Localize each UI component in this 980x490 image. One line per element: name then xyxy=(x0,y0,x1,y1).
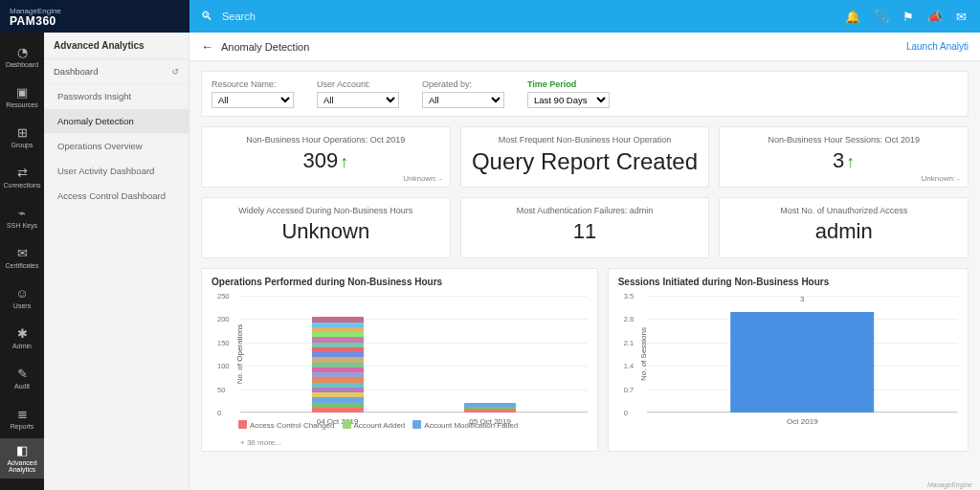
nav-item[interactable]: Passwords Insight xyxy=(44,84,189,109)
kpi-card: Non-Business Hour Sessions: Oct 20193↑Un… xyxy=(719,126,969,188)
page-title: Anomaly Detection xyxy=(221,41,309,53)
nav-item[interactable]: Anomaly Detection xyxy=(44,109,189,134)
nav-item[interactable]: User Activity Dashboard xyxy=(44,159,189,184)
search-icon: 🔍︎ xyxy=(201,10,212,23)
kpi-card: Most Authentication Failures: admin11 xyxy=(460,197,710,258)
kpi-card: Non-Business Hour Operations: Oct 201930… xyxy=(201,126,451,188)
filter-user[interactable]: All xyxy=(317,92,399,108)
back-icon[interactable]: ← xyxy=(201,39,213,54)
audit-icon: ✎ xyxy=(15,368,29,381)
nav-item[interactable]: Operations Overview xyxy=(44,134,189,159)
connections-icon: ⇄ xyxy=(15,167,29,180)
certificates-icon: ✉ xyxy=(15,247,29,260)
sshkeys-icon: ⌁ xyxy=(15,207,29,220)
rail-groups[interactable]: ⊞Groups xyxy=(0,117,44,157)
advanced-analytics-icon: ◧ xyxy=(15,444,29,457)
kpi-card: Widely Accessed During Non-Business Hour… xyxy=(201,197,451,258)
dashboard-icon: ◔ xyxy=(15,46,29,59)
resources-icon: ▣ xyxy=(15,86,29,100)
chart-legend: Access Control ChangedAccount AddedAccou… xyxy=(238,420,568,447)
kpi-card: Most No. of Unauthorized Accessadmin xyxy=(719,197,969,258)
alerts-icon[interactable]: ⚑ xyxy=(902,10,914,24)
rail-advanced-analytics[interactable]: ◧Advanced Analytics xyxy=(0,438,44,479)
content: ← Anomaly Detection Launch Analyti Resou… xyxy=(189,33,980,490)
footer-brand: ManageEngine xyxy=(927,481,972,488)
refresh-icon[interactable]: ↻ xyxy=(171,67,179,77)
legend-more[interactable]: + 36 more... xyxy=(238,438,568,447)
rail-admin[interactable]: ✱Admin xyxy=(0,318,44,358)
left-nav: Advanced Analytics Dashboard ↻ Passwords… xyxy=(44,33,189,490)
brand-block: ManageEngine PAM360 xyxy=(0,0,189,33)
rail-reports[interactable]: ≣Reports xyxy=(0,398,44,438)
topbar-actions: 🔔 📎 ⚑ 📣 ✉ xyxy=(832,0,980,33)
icon-rail: ◔Dashboard▣Resources⊞Groups⇄Connections⌁… xyxy=(0,33,44,490)
reports-icon: ≣ xyxy=(15,408,29,421)
rail-users[interactable]: ☺Users xyxy=(0,278,44,318)
launch-link[interactable]: Launch Analyti xyxy=(906,41,969,52)
rail-resources[interactable]: ▣Resources xyxy=(0,77,44,117)
topbar: ManageEngine PAM360 🔍︎ 🔔 📎 ⚑ 📣 ✉ xyxy=(0,0,980,33)
admin-icon: ✱ xyxy=(15,327,29,341)
announce-icon[interactable]: 📣 xyxy=(927,10,943,24)
mail-icon[interactable]: ✉ xyxy=(956,10,967,24)
leftnav-group[interactable]: Dashboard ↻ xyxy=(44,59,189,84)
rail-dashboard[interactable]: ◔Dashboard xyxy=(0,36,44,77)
rail-audit[interactable]: ✎Audit xyxy=(0,358,44,398)
kpi-card: Most Frequent Non-Business Hour Operatio… xyxy=(460,126,710,188)
rail-connections[interactable]: ⇄Connections xyxy=(0,157,44,197)
chart-sessions: Sessions Initiated during Non-Business H… xyxy=(608,268,969,452)
groups-icon: ⊞ xyxy=(15,126,29,140)
leftnav-header: Advanced Analytics xyxy=(44,33,189,59)
chart-operations: Operations Performed during Non-Business… xyxy=(201,268,598,452)
users-icon: ☺ xyxy=(15,287,29,301)
filter-period[interactable]: Last 90 Days xyxy=(527,92,610,108)
filter-operator[interactable]: All xyxy=(422,92,504,108)
rail-sshkeys[interactable]: ⌁SSH Keys xyxy=(0,197,44,237)
title-bar: ← Anomaly Detection Launch Analyti xyxy=(189,33,980,61)
attach-icon[interactable]: 📎 xyxy=(874,10,889,24)
filter-bar: Resource Name:All User Account:All Opera… xyxy=(201,71,969,117)
search-input[interactable] xyxy=(222,11,820,22)
notifications-icon[interactable]: 🔔 xyxy=(845,10,860,24)
filter-resource[interactable]: All xyxy=(212,92,294,108)
rail-certificates[interactable]: ✉Certificates xyxy=(0,237,44,278)
nav-item[interactable]: Access Control Dashboard xyxy=(44,184,189,209)
search-bar[interactable]: 🔍︎ xyxy=(189,0,832,33)
brand-product: PAM360 xyxy=(10,16,189,27)
